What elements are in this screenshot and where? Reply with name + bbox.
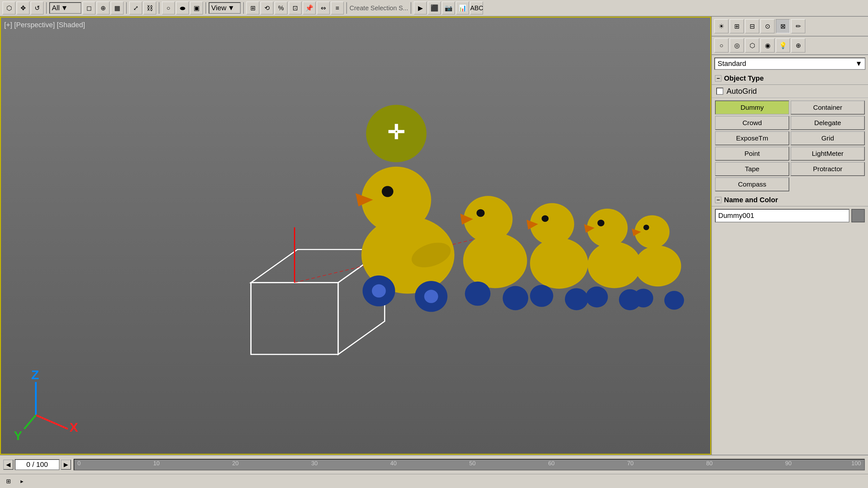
frame-display[interactable]: 0 / 100 — [15, 459, 60, 470]
timeline-tick-label-0: 0 — [78, 460, 81, 467]
nav-prev-btn[interactable]: ◀ — [3, 459, 13, 470]
toolbar-mirror-btn[interactable]: ⇔ — [317, 2, 330, 14]
rp-icon-target[interactable]: ◉ — [761, 38, 775, 53]
toolbar-percent-snap-btn[interactable]: % — [275, 2, 287, 14]
obj-type-btn-lightmeter[interactable]: LightMeter — [790, 147, 865, 161]
autogrid-label: AutoGrid — [726, 87, 757, 96]
toolbar-box-sel-btn[interactable]: ▣ — [190, 2, 203, 14]
toolbar-move-tool-btn[interactable]: ⤢ — [129, 2, 142, 14]
svg-point-24 — [503, 286, 528, 311]
obj-type-btn-point[interactable]: Point — [715, 147, 789, 161]
rp-icon-pencil[interactable]: ✏ — [791, 19, 805, 33]
name-input-field[interactable]: Dummy001 — [715, 209, 849, 222]
main-toolbar: ⬡ ✥ ↺ All ▼ ◻ ⊕ ▦ ⤢ ⛓ ○ ⬬ ▣ View ▼ ⊞ ⟲ %… — [0, 0, 868, 17]
name-color-title: Name and Color — [724, 196, 778, 204]
toolbar-region-btn[interactable]: ▦ — [111, 2, 124, 14]
toolbar-align-btn[interactable]: ≡ — [331, 2, 344, 14]
timeline-track[interactable]: 0 10 20 30 40 50 60 70 80 90 100 — [73, 459, 865, 470]
toolbar-separator-7 — [411, 2, 411, 14]
toolbar-select-btn[interactable]: ⬡ — [3, 2, 16, 14]
toolbar-spinner-snap-btn[interactable]: ⊡ — [289, 2, 302, 14]
color-swatch[interactable] — [851, 209, 865, 222]
name-color-collapse-btn[interactable]: − — [715, 197, 721, 203]
obj-type-btn-protractor[interactable]: Protractor — [790, 162, 865, 176]
toolbar-rotate-btn[interactable]: ↺ — [31, 2, 43, 14]
toolbar-circle-btn[interactable]: ○ — [162, 2, 175, 14]
rp-icon-light[interactable]: 💡 — [776, 38, 790, 53]
rp-icon-torus[interactable]: ◎ — [730, 38, 744, 53]
obj-type-btn-dummy[interactable]: Dummy — [715, 100, 789, 115]
toolbar-create-selection-label: Create Selection S... — [349, 4, 408, 12]
toolbar-view-value: View — [211, 4, 226, 12]
toolbar-pin-btn[interactable]: 📌 — [303, 2, 316, 14]
object-type-grid: Dummy Container Crowd Delegate ExposeTm … — [712, 98, 868, 194]
obj-type-btn-container[interactable]: Container — [790, 100, 865, 115]
toolbar-graph-btn[interactable]: 📊 — [456, 2, 469, 14]
object-type-title: Object Type — [724, 74, 764, 83]
obj-type-btn-compass[interactable]: Compass — [715, 177, 789, 191]
rp-icon-clock[interactable]: ⊙ — [761, 19, 775, 33]
obj-type-btn-crowd[interactable]: Crowd — [715, 116, 789, 130]
rp-icon-box[interactable]: ⬡ — [745, 38, 759, 53]
toolbar-view-dropdown[interactable]: View ▼ — [209, 2, 241, 14]
rp-icon-sun[interactable]: ☀ — [714, 19, 728, 33]
toolbar-camera-btn[interactable]: 📷 — [442, 2, 455, 14]
timeline-tick-label-60: 60 — [548, 460, 555, 467]
bottom-bar: ◀ 0 / 100 ▶ 0 10 20 30 40 50 60 70 80 90… — [0, 455, 868, 474]
rp-dropdown-value: Standard — [718, 60, 746, 68]
bottom-icon-2[interactable]: ▸ — [16, 476, 28, 487]
toolbar-filter-arrow: ▼ — [61, 4, 68, 12]
rp-icon-plus[interactable]: ⊕ — [791, 38, 805, 53]
obj-type-btn-grid[interactable]: Grid — [790, 131, 865, 145]
autogrid-row: AutoGrid — [712, 85, 868, 98]
viewport[interactable]: [+] [Perspective] [Shaded] — [0, 17, 711, 455]
rp-icon-active-tab[interactable]: ⊠ — [776, 19, 790, 33]
timeline-tick-label-30: 30 — [311, 460, 317, 467]
right-panel: ☀ ⊞ ⊟ ⊙ ⊠ ✏ ○ ◎ ⬡ ◉ 💡 ⊕ Standard ▼ − Obj… — [711, 17, 868, 455]
svg-point-33 — [597, 220, 604, 226]
viewport-label: [+] [Perspective] [Shaded] — [4, 21, 85, 29]
rp-icon-eye[interactable]: ⊞ — [730, 19, 744, 33]
toolbar-render-btn[interactable]: ▶ — [414, 2, 427, 14]
name-input-row: Dummy001 — [715, 209, 865, 222]
svg-text:✛: ✛ — [387, 121, 405, 143]
toolbar-snap-btn[interactable]: ⊞ — [246, 2, 259, 14]
obj-type-btn-tape[interactable]: Tape — [715, 162, 789, 176]
timeline-tick-label-50: 50 — [469, 460, 475, 467]
obj-type-btn-delegate[interactable]: Delegate — [790, 116, 865, 130]
toolbar-capsule-btn[interactable]: ⬬ — [176, 2, 189, 14]
toolbar-render2-btn[interactable]: ⬛ — [428, 2, 441, 14]
autogrid-checkbox[interactable] — [716, 88, 723, 95]
svg-point-30 — [565, 288, 588, 310]
timeline-tick-label-80: 80 — [706, 460, 712, 467]
svg-point-23 — [465, 282, 490, 306]
toolbar-transform-btn[interactable]: ⊕ — [97, 2, 110, 14]
timeline-tick-label-20: 20 — [232, 460, 239, 467]
svg-point-16 — [372, 284, 386, 297]
bottom-icon-1[interactable]: ⊞ — [3, 476, 14, 487]
obj-type-btn-exposetm[interactable]: ExposeTm — [715, 131, 789, 145]
right-panel-icon-row-2: ○ ◎ ⬡ ◉ 💡 ⊕ — [712, 36, 868, 55]
toolbar-move-btn[interactable]: ✥ — [17, 2, 29, 14]
object-type-collapse-btn[interactable]: − — [715, 75, 721, 82]
toolbar-separator-6 — [346, 2, 347, 14]
toolbar-filter-dropdown[interactable]: All ▼ — [49, 2, 81, 14]
rp-standard-dropdown[interactable]: Standard ▼ — [714, 58, 865, 70]
toolbar-link-btn[interactable]: ⛓ — [144, 2, 156, 14]
svg-text:Y: Y — [14, 429, 22, 443]
rp-icon-grid[interactable]: ⊟ — [745, 19, 759, 33]
toolbar-abc-btn[interactable]: ABC — [470, 2, 483, 14]
toolbar-view-arrow: ▼ — [227, 4, 235, 12]
toolbar-select-object-btn[interactable]: ◻ — [83, 2, 95, 14]
svg-point-21 — [476, 209, 485, 217]
svg-point-18 — [424, 290, 438, 303]
nav-next-btn[interactable]: ▶ — [61, 459, 71, 470]
svg-point-31 — [588, 241, 641, 288]
svg-point-37 — [635, 246, 681, 287]
svg-point-42 — [664, 291, 684, 310]
svg-point-41 — [633, 289, 653, 307]
toolbar-separator-4 — [206, 2, 206, 14]
toolbar-angle-snap-btn[interactable]: ⟲ — [260, 2, 273, 14]
timeline-tick-label-70: 70 — [627, 460, 634, 467]
rp-icon-sphere[interactable]: ○ — [714, 38, 728, 53]
